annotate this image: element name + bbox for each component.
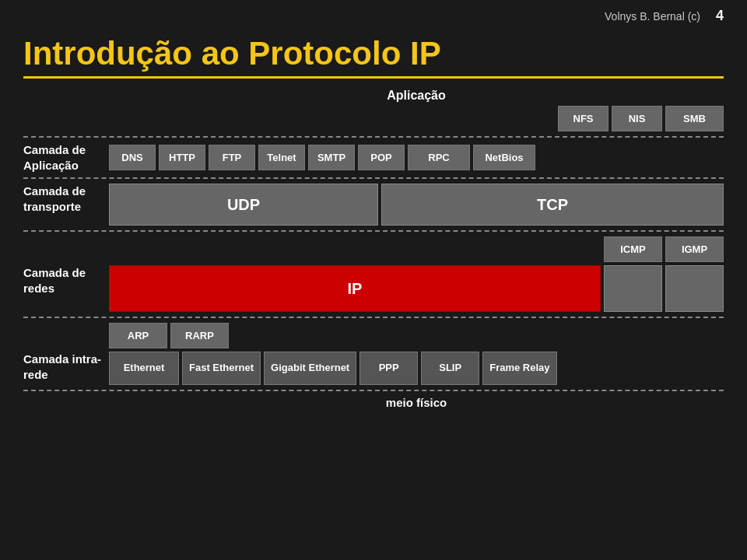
- dashed-line-1: [23, 136, 724, 138]
- camada-intra-content: Ethernet Fast Ethernet Gigabit Ethernet …: [109, 352, 724, 385]
- dashed-line-2: [23, 177, 724, 179]
- proto-telnet: Telnet: [258, 145, 305, 170]
- dashed-line-3: [23, 230, 724, 232]
- proto-slip: SLIP: [421, 352, 479, 385]
- proto-frame-relay: Frame Relay: [482, 352, 556, 385]
- proto-icmp: ICMP: [604, 236, 662, 262]
- title-underline: [23, 76, 724, 79]
- proto-nfs: NFS: [558, 106, 608, 131]
- dashed-line-5: [23, 390, 724, 391]
- page-number: 4: [716, 8, 724, 24]
- camada-redes-row: Camada de redes IP: [23, 265, 724, 312]
- author-text: Volnys B. Bernal (c): [605, 10, 700, 23]
- title-section: Introdução ao Protocolo IP: [0, 28, 747, 82]
- proto-tcp: TCP: [381, 184, 724, 226]
- page: Volnys B. Bernal (c) 4 Introdução ao Pro…: [0, 0, 747, 560]
- camada-transporte-content: UDP TCP: [109, 184, 724, 226]
- proto-ppp: PPP: [359, 352, 418, 385]
- arp-rarp-row: ARP RARP: [109, 323, 724, 348]
- proto-rarp: RARP: [170, 323, 229, 348]
- igmp-spacer: [665, 265, 724, 312]
- camada-intra-label: Camada intra-rede: [23, 352, 109, 385]
- camada-redes-label: Camada de redes: [23, 265, 109, 312]
- header: Volnys B. Bernal (c) 4: [0, 0, 747, 28]
- proto-fast-ethernet: Fast Ethernet: [182, 352, 261, 385]
- proto-rpc: RPC: [408, 145, 470, 170]
- proto-udp: UDP: [109, 184, 378, 226]
- proto-smtp: SMTP: [308, 145, 355, 170]
- proto-nis: NIS: [612, 106, 662, 131]
- proto-igmp: IGMP: [665, 236, 724, 262]
- proto-ip: IP: [109, 265, 601, 312]
- camada-transporte-label: Camada de transporte: [23, 184, 109, 226]
- nfs-nis-smb-row: NFS NIS SMB: [109, 106, 724, 131]
- meio-fisico: meio físico: [109, 396, 724, 409]
- dashed-line-4: [23, 317, 724, 318]
- proto-dns: DNS: [109, 145, 156, 170]
- proto-ethernet: Ethernet: [109, 352, 179, 385]
- camada-aplicacao-label: Camada de Aplicação: [23, 142, 109, 173]
- proto-netbios: NetBios: [473, 145, 535, 170]
- aplicacao-header: Aplicação: [109, 89, 724, 103]
- proto-pop: POP: [358, 145, 405, 170]
- camada-transporte-row: Camada de transporte UDP TCP: [23, 184, 724, 226]
- camada-aplicacao-content: DNS HTTP FTP Telnet SMTP POP RPC NetBios: [109, 145, 724, 170]
- proto-gigabit-ethernet: Gigabit Ethernet: [264, 352, 356, 385]
- camada-aplicacao-row: Camada de Aplicação DNS HTTP FTP Telnet …: [23, 142, 724, 173]
- main-content: Aplicação NFS NIS SMB Camada de Aplicaçã…: [0, 82, 747, 409]
- proto-http: HTTP: [159, 145, 205, 170]
- camada-redes-content: IP: [109, 265, 724, 312]
- camada-intra-row: Camada intra-rede Ethernet Fast Ethernet…: [23, 352, 724, 385]
- icmp-spacer: [604, 265, 662, 312]
- proto-ftp: FTP: [209, 145, 255, 170]
- main-title: Introdução ao Protocolo IP: [23, 36, 724, 72]
- proto-smb: SMB: [665, 106, 724, 131]
- icmp-igmp-label-row: ICMP IGMP: [23, 236, 724, 262]
- proto-arp: ARP: [109, 323, 167, 348]
